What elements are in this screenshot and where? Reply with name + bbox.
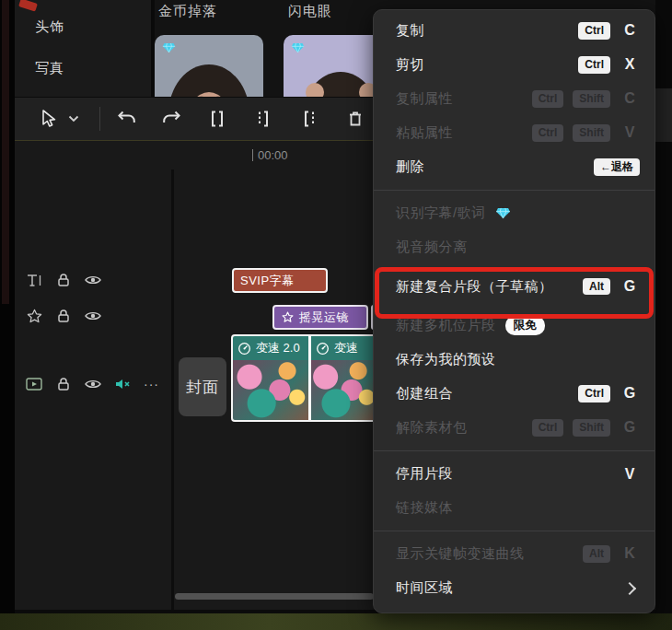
shortcut-badge: Shift — [573, 124, 610, 141]
shortcut-badge: Ctrl — [532, 419, 564, 436]
video-clip-2[interactable]: 变速 — [311, 336, 377, 420]
shortcut-key: V — [620, 124, 640, 141]
menu-divider — [374, 190, 655, 191]
video-track-icon — [26, 376, 42, 392]
menu-item-label: 显示关键帧变速曲线 — [396, 545, 525, 563]
shortcut-key: V — [620, 466, 640, 483]
text-track-header — [26, 272, 101, 288]
video-clip-group[interactable]: 变速 2.0 变速 — [231, 334, 378, 422]
menu-item-disable-clip[interactable]: 停用片段 V — [374, 457, 655, 491]
text-track-icon — [26, 272, 42, 288]
menu-item-label: 视音频分离 — [396, 239, 468, 256]
menu-item-label: 保存为我的预设 — [396, 351, 496, 368]
menu-item-label: 链接媒体 — [396, 499, 453, 517]
video-clip-1[interactable]: 变速 2.0 — [233, 336, 308, 420]
menu-item-label: 解除素材包 — [396, 419, 468, 437]
menu-item-new-multicam-clip: 新建多机位片段 限免 — [374, 309, 655, 343]
shortcut-badge: Shift — [573, 90, 610, 107]
effect-track-header — [26, 308, 101, 324]
menu-item-label: 复制 — [396, 22, 424, 40]
lock-icon[interactable] — [55, 272, 72, 288]
right-panel-edge — [655, 88, 672, 142]
eye-icon[interactable] — [85, 272, 101, 288]
track-header-divider — [171, 169, 174, 610]
shortcut-key: G — [620, 419, 640, 436]
cover-button[interactable]: 封面 — [179, 357, 226, 416]
menu-item-separate-audio: 视音频分离 — [374, 230, 655, 264]
menu-item-cut[interactable]: 剪切 CtrlX — [374, 48, 655, 82]
menu-item-label: 停用片段 — [396, 465, 453, 483]
menu-item-label: 粘贴属性 — [396, 124, 453, 142]
more-options-button[interactable]: ··· — [144, 377, 159, 391]
menu-item-label: 删除 — [396, 158, 424, 176]
lock-icon[interactable] — [55, 376, 72, 392]
undo-button[interactable] — [114, 106, 140, 132]
split-button[interactable] — [204, 106, 230, 132]
menu-item-label: 剪切 — [396, 56, 424, 74]
ruler-timecode: 00:00 — [258, 148, 288, 162]
menu-item-paste-attributes: 粘贴属性 CtrlShiftV — [374, 116, 655, 150]
limited-free-badge: 限免 — [505, 316, 545, 335]
menu-divider — [374, 531, 655, 531]
effect-clip[interactable]: 摇晃运镜 — [272, 305, 368, 330]
menu-item-label: 新建多机位片段 — [396, 317, 496, 334]
subtitle-clip[interactable]: SVIP字幕 — [232, 268, 328, 293]
effect-thumbnail-coin-drop[interactable] — [155, 35, 263, 97]
effect-label-coin-drop: 金币掉落 — [158, 3, 217, 20]
bottom-desktop-strip — [0, 613, 672, 630]
vip-diamond-icon — [495, 207, 511, 219]
menu-item-label: 新建复合片段（子草稿） — [396, 278, 553, 296]
playhead-tick — [252, 149, 253, 161]
shortcut-badge: Ctrl — [532, 90, 564, 107]
menu-item-label: 时间区域 — [396, 579, 453, 597]
menu-item-unbundle-material: 解除素材包 CtrlShiftG — [374, 411, 655, 445]
effects-sidebar: 头饰 写真 — [15, 0, 155, 97]
horizontal-scrollbar[interactable] — [175, 593, 374, 600]
video-track-header: ··· — [26, 376, 159, 392]
star-icon — [26, 308, 42, 324]
shortcut-key: X — [620, 56, 640, 73]
shortcut-badge: ←退格 — [594, 158, 640, 175]
video-editor-app: 头饰 写真 金币掉落 闪电眼 — [0, 0, 672, 630]
toolbar-divider — [99, 107, 100, 131]
shortcut-badge: Ctrl — [532, 124, 564, 141]
shortcut-key: C — [620, 90, 640, 107]
menu-item-delete[interactable]: 删除 ←退格 — [374, 150, 655, 184]
sidebar-item-headwear[interactable]: 头饰 — [35, 18, 64, 36]
shortcut-key: G — [620, 278, 640, 295]
menu-item-save-as-preset[interactable]: 保存为我的预设 — [374, 343, 655, 377]
split-keep-right-button[interactable] — [296, 106, 322, 132]
delete-clip-button[interactable] — [342, 106, 368, 132]
redo-button[interactable] — [158, 106, 184, 132]
shortcut-badge: Ctrl — [578, 56, 610, 73]
split-keep-left-button[interactable] — [250, 106, 276, 132]
menu-item-copy[interactable]: 复制 CtrlC — [374, 14, 655, 48]
menu-divider — [374, 450, 655, 451]
speed-label: 变速 — [334, 340, 358, 356]
speed-gauge-icon — [316, 342, 330, 356]
menu-item-link-media: 链接媒体 — [374, 491, 655, 525]
shortcut-badge: Ctrl — [578, 385, 610, 402]
sidebar-item-photo[interactable]: 写真 — [35, 60, 64, 77]
left-edge-tint — [2, 0, 9, 304]
shortcut-key: C — [620, 22, 640, 39]
eye-icon[interactable] — [85, 308, 101, 324]
effect-star-icon — [282, 311, 294, 323]
menu-item-recognize-subtitles: 识别字幕/歌词 — [374, 196, 655, 230]
cursor-tool-button[interactable] — [35, 106, 61, 132]
menu-item-label: 识别字幕/歌词 — [396, 204, 486, 222]
shortcut-badge: Shift — [573, 419, 610, 436]
shortcut-badge: Alt — [583, 278, 610, 295]
speed-label-bar: 变速 — [311, 336, 377, 360]
lock-icon[interactable] — [55, 308, 72, 324]
shortcut-badge: Alt — [583, 545, 610, 562]
effect-label-lightning-eye: 闪电眼 — [288, 3, 332, 20]
mute-icon[interactable] — [114, 376, 131, 392]
menu-item-time-region[interactable]: 时间区域 — [374, 571, 655, 605]
cursor-tool-chevron-down-icon[interactable] — [64, 106, 83, 132]
eye-icon[interactable] — [85, 376, 101, 392]
submenu-chevron-icon — [623, 581, 636, 594]
menu-item-new-compound-clip[interactable]: 新建复合片段（子草稿） AltG — [374, 264, 655, 309]
menu-item-show-keyframe-curve: 显示关键帧变速曲线 AltK — [374, 537, 655, 571]
menu-item-create-group[interactable]: 创建组合 CtrlG — [374, 377, 655, 411]
